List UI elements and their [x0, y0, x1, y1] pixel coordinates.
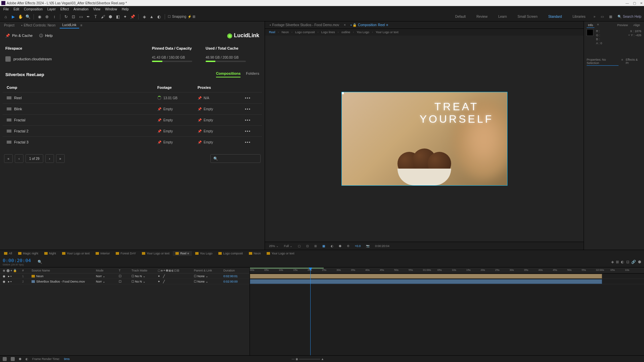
row-actions-button[interactable]: •••	[238, 96, 258, 100]
page-first-button[interactable]: «	[4, 154, 13, 163]
row-actions-button[interactable]: •••	[238, 129, 258, 133]
extra-tool-2-icon[interactable]: ▲	[149, 14, 155, 20]
status-icon[interactable]	[11, 357, 15, 361]
pin-cache-button[interactable]: 📌Pin & Cache	[5, 34, 33, 38]
status-icon[interactable]: ⬢	[19, 357, 21, 361]
zoom-dropdown[interactable]: 25% ⌄	[268, 244, 280, 248]
menu-effect[interactable]: Effect	[58, 7, 71, 12]
brush-tool-icon[interactable]: 🖌	[100, 14, 106, 20]
timeline-layer[interactable]: ◉ ▸ ▪2 SilverBox Studios - Food Demo.mov…	[0, 279, 250, 284]
tab-project[interactable]: Project	[1, 22, 17, 28]
pen-tool-icon[interactable]: ✒	[85, 14, 91, 20]
menu-composition[interactable]: Composition	[22, 7, 45, 12]
tab-info[interactable]: Info	[587, 23, 594, 28]
menu-file[interactable]: File	[1, 7, 11, 12]
timeline-tab[interactable]: Reel ≡	[173, 251, 192, 256]
timeline-tab[interactable]: Forest DAY	[113, 251, 139, 256]
comp-row[interactable]: Reel 13.01 GB 📌N/A •••	[3, 92, 262, 103]
rotate-tool-icon[interactable]: ↻	[63, 14, 69, 20]
workspace-review[interactable]: Review	[474, 14, 490, 19]
hand-tool-icon[interactable]: ✋	[17, 14, 23, 20]
resolution-dropdown[interactable]: Full ⌄	[283, 244, 294, 248]
timeline-tab[interactable]: Neon	[246, 251, 264, 256]
tl-icon[interactable]: 🔗	[631, 260, 636, 264]
home-icon[interactable]: ⌂	[3, 14, 9, 20]
search-comp-input[interactable]: 🔍	[210, 154, 261, 163]
menu-help[interactable]: Help	[120, 7, 131, 12]
workspace-libraries[interactable]: Libraries	[570, 14, 588, 19]
menu-edit[interactable]: Edit	[11, 7, 21, 12]
tab-effect-controls[interactable]: ▪ Effect Controls: Neon	[18, 22, 58, 28]
bc-item[interactable]: outline	[341, 31, 351, 34]
comp-row[interactable]: Fractal 2 📌Empty 📌Empty •••	[3, 125, 262, 136]
vc-icon-2[interactable]: ⊡	[305, 244, 310, 248]
bc-item[interactable]: Logo composit	[295, 31, 315, 34]
filespace-name[interactable]: production.cloudstream	[5, 56, 152, 62]
workspace-default[interactable]: Default	[452, 14, 469, 19]
vc-icon-5[interactable]: ◐	[329, 244, 335, 248]
viewer-tab-composition[interactable]: ▪ 🔒 Composition Reel ≡	[348, 22, 390, 27]
menu-layer[interactable]: Layer	[45, 7, 58, 12]
tab-preview[interactable]: Preview	[616, 23, 629, 28]
tab-effects[interactable]: Effects & Pr	[626, 58, 641, 66]
dolly-tool-icon[interactable]: ↕	[51, 14, 57, 20]
timeline-tab[interactable]: Night	[42, 251, 59, 256]
vc-icon-6[interactable]: ⬢	[337, 244, 343, 248]
type-tool-icon[interactable]: T	[93, 14, 99, 20]
roto-tool-icon[interactable]: ✦	[122, 14, 128, 20]
status-icon[interactable]	[3, 357, 7, 361]
timeline-tab[interactable]: Your Logo or text	[139, 251, 172, 256]
vc-icon-3[interactable]: ⊞	[313, 244, 318, 248]
extra-tool-3-icon[interactable]: ◐	[156, 14, 162, 20]
orbit-tool-icon[interactable]: ◉	[37, 14, 43, 20]
close-tab-icon[interactable]: ×	[344, 23, 346, 27]
row-actions-button[interactable]: •••	[238, 107, 258, 111]
tl-icon[interactable]: ⊞	[616, 260, 619, 264]
row-actions-button[interactable]: •••	[238, 118, 258, 122]
timeline-timecode[interactable]: 0:00:20:04	[3, 258, 31, 263]
timeline-tab[interactable]: Magic night	[15, 251, 41, 256]
zoom-tool-icon[interactable]: 🔍	[25, 14, 31, 20]
status-icon[interactable]: ◐	[25, 357, 28, 361]
page-prev-button[interactable]: ‹	[15, 154, 23, 163]
vc-icon-4[interactable]: ▦	[321, 244, 327, 248]
eraser-tool-icon[interactable]: ◧	[115, 14, 121, 20]
comp-row[interactable]: Fractal 3 📌Empty 📌Empty •••	[3, 136, 262, 147]
row-actions-button[interactable]: •••	[238, 140, 258, 144]
timeline-tab[interactable]: Your Logo or text	[264, 251, 297, 256]
timeline-tab[interactable]: Interior	[93, 251, 112, 256]
workspace-icon-2[interactable]: ▦	[609, 15, 612, 18]
minimize-icon[interactable]: —	[626, 1, 629, 5]
workspace-standard[interactable]: Standard	[545, 14, 565, 19]
exposure[interactable]: +0.0	[354, 244, 362, 248]
workspace-learn[interactable]: Learn	[495, 14, 509, 19]
panel-menu-icon[interactable]: ≡	[80, 23, 83, 27]
extra-tool-1-icon[interactable]: ◈	[141, 14, 147, 20]
viewer-tab-footage[interactable]: ▪ Footage Silverbox Studios - Food Demo.…	[268, 22, 341, 27]
rect-tool-icon[interactable]: ▭	[78, 14, 84, 20]
tab-folders[interactable]: Folders	[246, 71, 259, 77]
zoom-slider[interactable]: — ◉ ——————— ▲	[292, 357, 324, 361]
timeline-tab[interactable]: All	[1, 251, 15, 256]
bc-item[interactable]: Reel	[269, 31, 275, 34]
page-next-button[interactable]: ›	[45, 154, 54, 163]
comp-row[interactable]: Fractal 📌Empty 📌Empty •••	[3, 114, 262, 125]
timeline-tab[interactable]: You Logo	[193, 251, 215, 256]
puppet-tool-icon[interactable]: 📌	[129, 14, 136, 20]
anchor-tool-icon[interactable]: ⊡	[70, 14, 76, 20]
tab-compositions[interactable]: Compositions	[216, 71, 240, 77]
workspace-icon-1[interactable]: ▭	[601, 15, 604, 18]
workspace-small[interactable]: Small Screen	[515, 14, 540, 19]
pan-tool-icon[interactable]: ⊕	[44, 14, 50, 20]
search-help[interactable]: 🔍 Search Help	[618, 15, 641, 18]
bc-item[interactable]: Neon	[282, 31, 289, 34]
tab-properties[interactable]: Properties: No Selection	[587, 58, 619, 66]
comp-row[interactable]: Blink 📌Empty 📌Empty •••	[3, 103, 262, 114]
timeline-tab[interactable]: Your Logo or text	[59, 251, 92, 256]
window-controls[interactable]: — ▢ ✕	[626, 1, 643, 5]
tl-icon[interactable]: ⊡	[626, 260, 629, 264]
preview-frame[interactable]: TREAT YOURSELF	[341, 92, 507, 186]
page-last-button[interactable]: »	[56, 154, 65, 163]
tab-lucidlink[interactable]: LucidLink	[60, 22, 79, 28]
bc-item[interactable]: Logo lines	[321, 31, 335, 34]
